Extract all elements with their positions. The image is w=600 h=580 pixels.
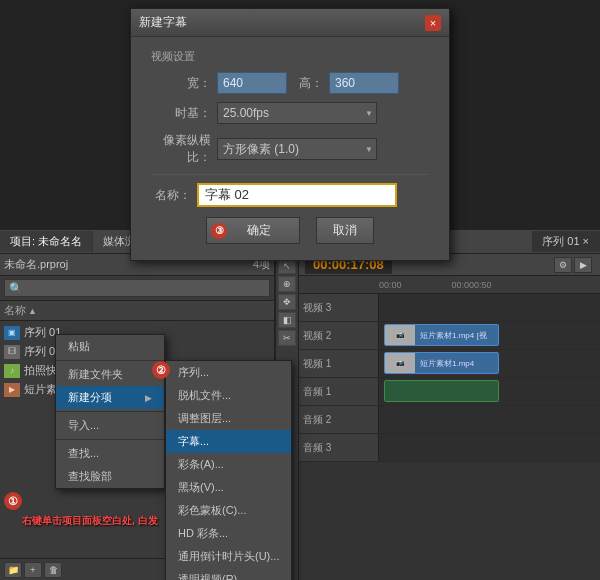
timeline-ruler: 00:00 00:000:50: [299, 276, 600, 294]
framerate-select[interactable]: 25.00fps 29.97fps 24fps: [217, 102, 377, 124]
dialog-titlebar: 新建字幕 ×: [131, 9, 449, 37]
width-input[interactable]: [217, 72, 287, 94]
tool-zoom[interactable]: ⊕: [278, 276, 296, 292]
track-video-1: 视频 1 📷 短片素材1.mp4: [299, 350, 600, 378]
film-icon-1: 🎞: [4, 345, 20, 359]
ctx-new-item[interactable]: 新建分项 ▶: [56, 386, 164, 409]
submenu-offline[interactable]: 脱机文件...: [166, 384, 291, 407]
ctx-sep-2: [56, 411, 164, 412]
timeline-area: 00:00 00:000:50 视频 3 视频 2: [299, 276, 600, 580]
submenu-hd-bars[interactable]: HD 彩条...: [166, 522, 291, 545]
submenu-title[interactable]: 字幕...: [166, 430, 291, 453]
track-audio-2: 音频 2: [299, 406, 600, 434]
audio-icon-2: ♪: [4, 364, 20, 378]
track-content-video3: [379, 294, 600, 321]
ruler-mark-1: 00:000:50: [452, 280, 492, 290]
clip-text-video1: 短片素材1.mp4: [417, 358, 477, 369]
clip-video2-0[interactable]: 📷 短片素材1.mp4 [视: [384, 324, 499, 346]
submenu-countdown[interactable]: 通用倒计时片头(U)...: [166, 545, 291, 568]
clip-audio1-0[interactable]: [384, 380, 499, 402]
submenu-bars-a[interactable]: 彩条(A)...: [166, 453, 291, 476]
project-search-bar: [0, 276, 274, 301]
tool-move[interactable]: ✥: [278, 294, 296, 310]
sequence-panel: 00:00:17:08 ⚙ ▶ 00:00 00:000:50 视频 3: [299, 254, 600, 580]
seq-settings-btn[interactable]: ⚙: [554, 257, 572, 273]
ctx-paste[interactable]: 粘贴: [56, 335, 164, 358]
ctx-import[interactable]: 导入...: [56, 414, 164, 437]
dialog-buttons: ③ 确定 取消: [151, 217, 429, 244]
app-area: 项目: 未命名名 媒体浏览器 信息 效果 ≡ 序列 01 × 未命名.prpro…: [0, 230, 600, 580]
framerate-label: 时基：: [151, 105, 211, 122]
video-icon-3: ▶: [4, 383, 20, 397]
tab-sequence[interactable]: 序列 01 ×: [532, 231, 600, 252]
project-list-header: 名称 ▲: [0, 301, 274, 321]
height-label: 高：: [299, 75, 323, 92]
submenu: 序列... 脱机文件... 调整图层... 字幕... 彩条(A)... 黑场(…: [165, 360, 292, 580]
ok-label: 确定: [247, 223, 271, 237]
new-bin-btn[interactable]: 📁: [4, 562, 22, 578]
annotation-text-1: 右键单击项目面板空白处, 白发: [22, 514, 158, 528]
clip-video1-0[interactable]: 📷 短片素材1.mp4: [384, 352, 499, 374]
main-layout: 未命名.prproj 4项 名称 ▲ ▣ 序列 01 🎞 序列 01.静帧: [0, 254, 600, 580]
ctx-new-folder[interactable]: 新建文件夹: [56, 363, 164, 386]
annotation-circle-2: ②: [152, 361, 170, 379]
track-label-audio2: 音频 2: [299, 406, 379, 433]
submenu-transparent[interactable]: 透明视频(R)...: [166, 568, 291, 580]
track-label-video1: 视频 1: [299, 350, 379, 377]
track-content-audio1: [379, 378, 600, 405]
name-label: 名称：: [151, 187, 191, 204]
track-content-video2: 📷 短片素材1.mp4 [视: [379, 322, 600, 349]
track-label-video2: 视频 2: [299, 322, 379, 349]
project-filename: 未命名.prproj: [4, 257, 68, 272]
width-row: 宽： 高：: [151, 72, 429, 94]
submenu-color-matte[interactable]: 彩色蒙板(C)...: [166, 499, 291, 522]
clip-thumb-video1: 📷: [385, 353, 415, 373]
track-content-audio2: [379, 406, 600, 433]
new-subtitle-dialog: 新建字幕 × 视频设置 宽： 高： 时基： 25.00fps 29.97fps …: [130, 8, 450, 261]
context-menu: 粘贴 新建文件夹 新建分项 ▶ 导入... 查找...: [55, 334, 165, 489]
project-panel: 未命名.prproj 4项 名称 ▲ ▣ 序列 01 🎞 序列 01.静帧: [0, 254, 275, 580]
track-audio-1: 音频 1: [299, 378, 600, 406]
project-search-input[interactable]: [4, 279, 270, 297]
delete-btn[interactable]: 🗑: [44, 562, 62, 578]
track-content-audio3: [379, 434, 600, 461]
col-name-header: 名称: [4, 303, 26, 318]
track-label-audio3: 音频 3: [299, 434, 379, 461]
video-settings-label: 视频设置: [151, 49, 429, 64]
track-content-video1: 📷 短片素材1.mp4: [379, 350, 600, 377]
pixel-aspect-row: 像素纵横比： 方形像素 (1.0): [151, 132, 429, 166]
submenu-sequence[interactable]: 序列...: [166, 361, 291, 384]
tool-razor[interactable]: ✂: [278, 330, 296, 346]
track-label-audio1: 音频 1: [299, 378, 379, 405]
ctx-find[interactable]: 查找...: [56, 442, 164, 465]
ok-button[interactable]: ③ 确定: [206, 217, 300, 244]
ctx-sep-3: [56, 439, 164, 440]
dialog-close-button[interactable]: ×: [425, 15, 441, 31]
ok-circle-num: ③: [211, 223, 227, 239]
ctx-find-face[interactable]: 查找脸部: [56, 465, 164, 488]
track-audio-3: 音频 3: [299, 434, 600, 462]
submenu-black[interactable]: 黑场(V)...: [166, 476, 291, 499]
clip-text-video2: 短片素材1.mp4 [视: [417, 330, 490, 341]
track-label-video3: 视频 3: [299, 294, 379, 321]
track-video-3: 视频 3: [299, 294, 600, 322]
sort-arrow: ▲: [28, 306, 37, 316]
seq-play-btn[interactable]: ▶: [574, 257, 592, 273]
track-video-2: 视频 2 📷 短片素材1.mp4 [视: [299, 322, 600, 350]
pixel-aspect-select[interactable]: 方形像素 (1.0): [217, 138, 377, 160]
annotation-circle-1: ①: [4, 492, 22, 510]
tool-trim[interactable]: ◧: [278, 312, 296, 328]
pixel-aspect-label: 像素纵横比：: [151, 132, 211, 166]
height-input[interactable]: [329, 72, 399, 94]
pixel-aspect-select-wrapper[interactable]: 方形像素 (1.0): [217, 138, 377, 160]
tab-project[interactable]: 项目: 未命名名: [0, 231, 93, 252]
ruler-mark-0: 00:00: [379, 280, 402, 290]
framerate-select-wrapper[interactable]: 25.00fps 29.97fps 24fps: [217, 102, 377, 124]
dialog-body: 视频设置 宽： 高： 时基： 25.00fps 29.97fps 24fps 像…: [131, 37, 449, 260]
submenu-adjustment[interactable]: 调整图层...: [166, 407, 291, 430]
width-label: 宽：: [151, 75, 211, 92]
ctx-arrow-icon: ▶: [145, 393, 152, 403]
new-item-btn[interactable]: +: [24, 562, 42, 578]
name-input[interactable]: [197, 183, 397, 207]
cancel-button[interactable]: 取消: [316, 217, 374, 244]
